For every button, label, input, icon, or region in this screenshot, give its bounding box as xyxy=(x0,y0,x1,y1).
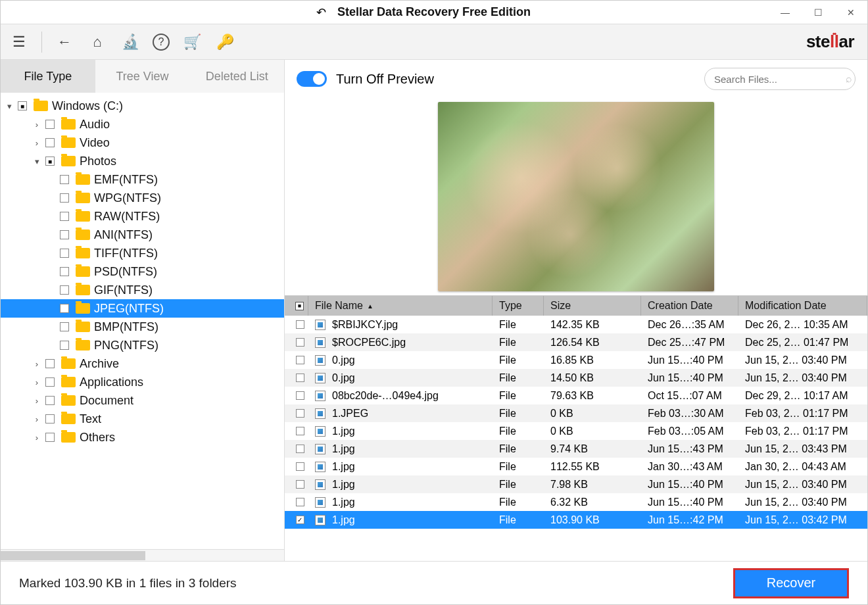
header-cdate[interactable]: Creation Date xyxy=(641,296,738,316)
tree-node[interactable]: TIFF(NTFS) xyxy=(1,244,284,262)
tree-node[interactable]: ›Document xyxy=(1,391,284,410)
header-checkbox[interactable]: ■ xyxy=(285,296,308,316)
checkbox[interactable] xyxy=(45,377,55,387)
checkbox[interactable] xyxy=(60,230,69,239)
help-icon[interactable]: ? xyxy=(153,34,170,51)
table-row[interactable]: 1.jpgFile7.98 KBJun 15…:40 PMJun 15, 2… … xyxy=(285,475,867,493)
checkbox[interactable]: ■ xyxy=(18,101,27,110)
checkbox[interactable] xyxy=(60,249,69,258)
table-row[interactable]: ✓1.jpgFile103.90 KBJun 15…:42 PMJun 15, … xyxy=(285,511,867,529)
tab-deleted-list[interactable]: Deleted List xyxy=(189,60,284,93)
tab-tree-view[interactable]: Tree View xyxy=(95,60,190,93)
expand-icon[interactable]: › xyxy=(31,433,43,443)
row-checkbox[interactable] xyxy=(296,480,304,489)
back-icon[interactable]: ← xyxy=(54,32,75,53)
expand-icon[interactable]: › xyxy=(31,359,43,369)
row-checkbox[interactable] xyxy=(296,320,304,329)
checkbox[interactable] xyxy=(60,285,69,295)
row-checkbox[interactable] xyxy=(296,374,304,382)
table-row[interactable]: 1.jpgFile0 KBFeb 03…:05 AMFeb 03, 2… 01:… xyxy=(285,422,867,440)
checkbox[interactable] xyxy=(45,120,55,129)
cart-icon[interactable]: 🛒 xyxy=(181,32,203,53)
checkbox[interactable] xyxy=(45,433,55,442)
expand-icon[interactable]: › xyxy=(31,138,43,148)
tree-node[interactable]: PSD(NTFS) xyxy=(1,262,284,281)
row-checkbox[interactable] xyxy=(296,409,304,418)
tree-node[interactable]: ›Video xyxy=(1,133,284,152)
checkbox[interactable] xyxy=(45,359,55,368)
checkbox[interactable] xyxy=(60,212,69,221)
tree-node[interactable]: ›Others xyxy=(1,428,284,447)
tree-node[interactable]: ›Audio xyxy=(1,115,284,133)
header-mdate[interactable]: Modification Date xyxy=(738,296,867,316)
expand-icon[interactable]: › xyxy=(31,120,43,130)
checkbox[interactable] xyxy=(60,267,69,276)
row-checkbox[interactable] xyxy=(296,445,304,453)
table-row[interactable]: 08bc20de-…049e4.jpgFile79.63 KBOct 15…:0… xyxy=(285,387,867,404)
tree-node[interactable]: EMF(NTFS) xyxy=(1,170,284,189)
checkbox[interactable] xyxy=(45,138,55,147)
home-icon[interactable]: ⌂ xyxy=(87,32,108,53)
tree-node[interactable]: ▾■Photos xyxy=(1,152,284,170)
row-checkbox[interactable] xyxy=(296,356,304,364)
minimize-button[interactable]: — xyxy=(769,1,802,24)
row-checkbox[interactable] xyxy=(296,338,304,347)
file-name: 1.jpg xyxy=(332,514,355,526)
tree-node[interactable]: ›Archive xyxy=(1,354,284,373)
checkbox[interactable] xyxy=(45,414,55,424)
checkbox[interactable] xyxy=(60,341,69,350)
tree-node[interactable]: GIF(NTFS) xyxy=(1,281,284,299)
expand-icon[interactable]: ▾ xyxy=(31,157,43,166)
table-row[interactable]: $ROCPE6C.jpgFile126.54 KBDec 25…:47 PMDe… xyxy=(285,333,867,351)
table-row[interactable]: 0.jpgFile16.85 KBJun 15…:40 PMJun 15, 2…… xyxy=(285,351,867,369)
row-checkbox[interactable] xyxy=(296,427,304,435)
expand-icon[interactable]: › xyxy=(31,414,43,424)
table-row[interactable]: 1.jpgFile6.32 KBJun 15…:40 PMJun 15, 2… … xyxy=(285,493,867,511)
checkbox[interactable]: ■ xyxy=(60,304,69,313)
tree-node[interactable]: ANI(NTFS) xyxy=(1,226,284,244)
preview-toggle[interactable] xyxy=(297,71,327,87)
folder-icon xyxy=(61,156,76,166)
header-size[interactable]: Size xyxy=(544,296,641,316)
maximize-button[interactable]: ☐ xyxy=(802,1,834,24)
scan-icon[interactable]: 🔬 xyxy=(120,32,141,53)
tree-node[interactable]: ›Text xyxy=(1,410,284,428)
tree-node[interactable]: PNG(NTFS) xyxy=(1,336,284,354)
table-row[interactable]: 0.jpgFile14.50 KBJun 15…:40 PMJun 15, 2…… xyxy=(285,369,867,387)
table-row[interactable]: 1.jpgFile9.74 KBJun 15…:43 PMJun 15, 2… … xyxy=(285,440,867,458)
file-cdate: Jan 30…:43 AM xyxy=(641,458,738,475)
expand-icon[interactable]: › xyxy=(31,377,43,387)
search-input[interactable] xyxy=(714,74,839,85)
checkbox[interactable]: ■ xyxy=(45,157,55,166)
search-box[interactable]: ⌕ xyxy=(704,68,856,90)
tree-node[interactable]: ▾■Windows (C:) xyxy=(1,97,284,115)
menu-icon[interactable]: ☰ xyxy=(9,32,30,53)
recover-button[interactable]: Recover xyxy=(733,568,849,598)
checkbox[interactable] xyxy=(60,175,69,184)
tree-node[interactable]: ›Applications xyxy=(1,373,284,391)
table-row[interactable]: $RBIJKCY.jpgFile142.35 KBDec 26…:35 AMDe… xyxy=(285,316,867,333)
checkbox[interactable] xyxy=(45,396,55,405)
file-name: 1.jpg xyxy=(332,443,355,455)
checkbox[interactable] xyxy=(60,322,69,331)
undo-icon[interactable]: ↶ xyxy=(316,5,326,20)
tree-node[interactable]: WPG(NTFS) xyxy=(1,189,284,207)
tree-node[interactable]: BMP(NTFS) xyxy=(1,318,284,336)
row-checkbox[interactable] xyxy=(296,391,304,400)
key-icon[interactable]: 🔑 xyxy=(214,32,235,53)
table-row[interactable]: 1.JPEGFile0 KBFeb 03…:30 AMFeb 03, 2… 01… xyxy=(285,404,867,422)
expand-icon[interactable]: › xyxy=(31,396,43,406)
h-scrollbar[interactable] xyxy=(1,549,284,561)
tab-file-type[interactable]: File Type xyxy=(1,60,95,93)
header-type[interactable]: Type xyxy=(493,296,544,316)
table-row[interactable]: 1.jpgFile112.55 KBJan 30…:43 AMJan 30, 2… xyxy=(285,458,867,475)
expand-icon[interactable]: ▾ xyxy=(3,101,15,111)
tree-node[interactable]: ■JPEG(NTFS) xyxy=(1,299,284,318)
header-name[interactable]: File Name▲ xyxy=(308,296,493,316)
row-checkbox[interactable] xyxy=(296,498,304,506)
tree-node[interactable]: RAW(NTFS) xyxy=(1,207,284,226)
checkbox[interactable] xyxy=(60,193,69,203)
close-button[interactable]: ✕ xyxy=(834,1,867,24)
row-checkbox[interactable]: ✓ xyxy=(296,516,304,524)
row-checkbox[interactable] xyxy=(296,462,304,471)
